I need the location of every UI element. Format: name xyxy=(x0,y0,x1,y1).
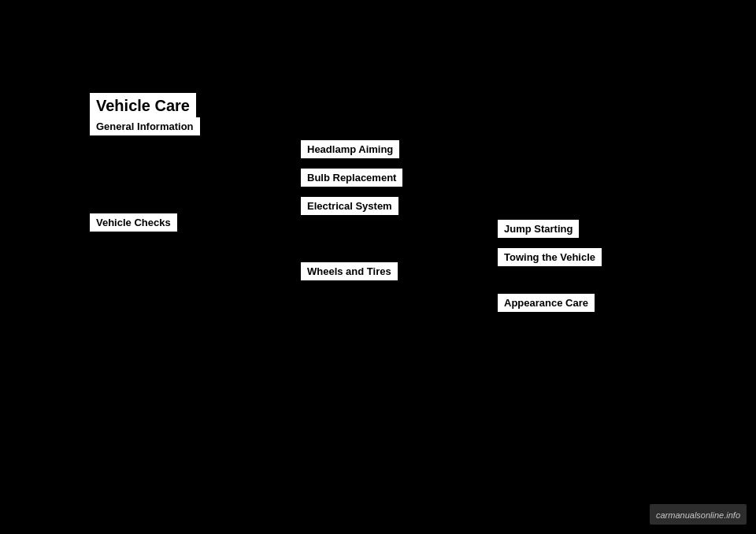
wheels-and-tires-item[interactable]: Wheels and Tires xyxy=(301,262,398,280)
towing-vehicle-label: Towing the Vehicle xyxy=(498,248,602,266)
wheels-and-tires-label: Wheels and Tires xyxy=(301,262,398,280)
vehicle-checks-label: Vehicle Checks xyxy=(90,213,177,232)
general-information-label: General Information xyxy=(90,117,200,135)
towing-vehicle-item[interactable]: Towing the Vehicle xyxy=(498,248,602,266)
watermark: carmanualsonline.info xyxy=(650,504,747,525)
watermark-text: carmanualsonline.info xyxy=(656,510,740,520)
jump-starting-label: Jump Starting xyxy=(498,220,579,238)
electrical-system-label: Electrical System xyxy=(301,197,398,215)
jump-starting-item[interactable]: Jump Starting xyxy=(498,220,579,238)
vehicle-care-title[interactable]: Vehicle Care xyxy=(90,93,196,119)
bulb-replacement-item[interactable]: Bulb Replacement xyxy=(301,169,402,187)
general-information-item[interactable]: General Information xyxy=(90,117,200,135)
page-container: Vehicle Care General Information Vehicle… xyxy=(0,0,756,534)
appearance-care-label: Appearance Care xyxy=(498,294,595,312)
vehicle-care-label: Vehicle Care xyxy=(90,93,196,119)
vehicle-checks-item[interactable]: Vehicle Checks xyxy=(90,213,177,232)
headlamp-aiming-label: Headlamp Aiming xyxy=(301,140,399,158)
electrical-system-item[interactable]: Electrical System xyxy=(301,197,398,215)
bulb-replacement-label: Bulb Replacement xyxy=(301,169,402,187)
appearance-care-item[interactable]: Appearance Care xyxy=(498,294,595,312)
headlamp-aiming-item[interactable]: Headlamp Aiming xyxy=(301,140,399,158)
